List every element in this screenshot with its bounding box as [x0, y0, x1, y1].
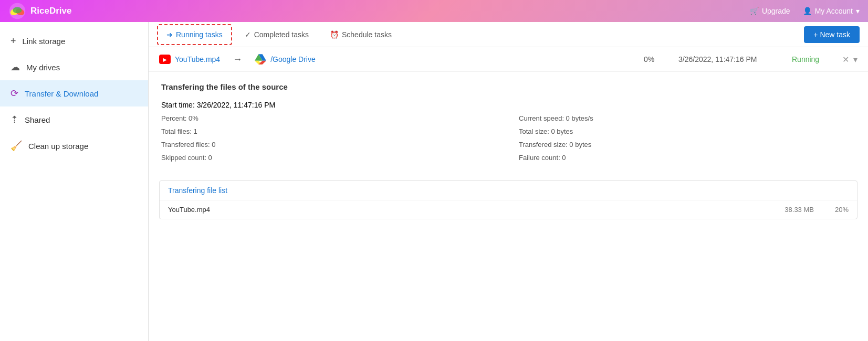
sidebar-item-clean-storage[interactable]: 🧹 Clean up storage — [0, 133, 148, 159]
task-source: ▶ YouTube.mp4 — [159, 55, 220, 64]
sidebar-item-my-drives[interactable]: ☁ My drives — [0, 54, 148, 80]
header-left: RiceDrive — [8, 2, 71, 20]
file-list-header: Transfering file list — [160, 181, 857, 200]
details-grid: Percent: 0% Current speed: 0 bytes/s Tot… — [161, 114, 855, 162]
cancel-task-icon[interactable]: ✕ — [842, 55, 849, 65]
tab-completed-tasks[interactable]: ✓ Completed tasks — [236, 25, 317, 44]
percent-item: Percent: 0% — [161, 114, 498, 122]
arrow-icon: → — [233, 54, 242, 65]
file-list-section: Transfering file list YouTube.mp4 38.33 … — [159, 180, 857, 219]
layout: + Link storage ☁ My drives ⟳ Transfer & … — [0, 22, 868, 341]
tab-label: Schedule tasks — [342, 30, 392, 39]
user-icon: 👤 — [803, 7, 812, 15]
arrow-right-icon: ➜ — [166, 30, 173, 39]
my-account-button[interactable]: 👤 My Account ▾ — [803, 7, 860, 15]
share-icon: ⇡ — [11, 114, 18, 125]
transfer-icon: ⟳ — [11, 88, 18, 99]
file-size: 38.33 MB — [785, 206, 814, 214]
new-task-button[interactable]: + New task — [804, 26, 860, 43]
transferred-size-item: Transfered size: 0 bytes — [519, 141, 855, 148]
sidebar-item-label: Link storage — [23, 37, 66, 46]
details-panel: Transfering the files of the source Star… — [149, 72, 868, 180]
clean-icon: 🧹 — [11, 140, 22, 152]
task-percent: 0% — [644, 55, 670, 63]
cloud-icon: ☁ — [11, 61, 20, 73]
tab-bar: ➜ Running tasks ✓ Completed tasks ⏰ Sche… — [149, 22, 868, 47]
svg-point-3 — [13, 7, 22, 13]
task-actions: ✕ ▾ — [842, 55, 857, 65]
upgrade-button[interactable]: 🛒 Upgrade — [750, 7, 790, 15]
details-title: Transfering the files of the source — [161, 82, 855, 91]
sidebar-item-link-storage[interactable]: + Link storage — [0, 28, 148, 54]
tab-running-tasks[interactable]: ➜ Running tasks — [157, 24, 232, 45]
main-content: ➜ Running tasks ✓ Completed tasks ⏰ Sche… — [149, 22, 868, 341]
clock-icon: ⏰ — [330, 30, 339, 39]
sidebar-item-label: Shared — [25, 115, 50, 124]
transferred-files-item: Transfered files: 0 — [161, 141, 498, 148]
chevron-down-icon: ▾ — [856, 7, 860, 15]
task-row[interactable]: ▶ YouTube.mp4 → /Google Drive 0% 3/26/20… — [149, 47, 868, 72]
check-circle-icon: ✓ — [245, 30, 251, 39]
file-list-row: YouTube.mp4 38.33 MB 20% — [160, 200, 857, 219]
plus-icon: + — [11, 36, 16, 47]
sidebar: + Link storage ☁ My drives ⟳ Transfer & … — [0, 22, 149, 341]
task-status: Running — [792, 55, 834, 63]
youtube-icon: ▶ — [159, 55, 171, 64]
header-right: 🛒 Upgrade 👤 My Account ▾ — [750, 7, 860, 15]
sidebar-item-transfer-download[interactable]: ⟳ Transfer & Download — [0, 80, 148, 106]
sidebar-item-label: Clean up storage — [28, 142, 88, 151]
task-time: 3/26/2022, 11:47:16 PM — [678, 55, 783, 63]
start-time-row: Start time: 3/26/2022, 11:47:16 PM — [161, 101, 855, 109]
gdrive-icon — [255, 54, 266, 65]
logo-text: RiceDrive — [30, 6, 71, 16]
tab-schedule-tasks[interactable]: ⏰ Schedule tasks — [321, 25, 400, 44]
skipped-count-item: Skipped count: 0 — [161, 154, 498, 162]
cart-icon: 🛒 — [750, 7, 759, 15]
logo-icon — [8, 2, 26, 20]
total-size-item: Total size: 0 bytes — [519, 127, 855, 135]
task-destination: /Google Drive — [255, 54, 635, 65]
file-name: YouTube.mp4 — [168, 206, 785, 214]
total-files-item: Total files: 1 — [161, 127, 498, 135]
file-percent: 20% — [835, 206, 849, 214]
current-speed-item: Current speed: 0 bytes/s — [519, 114, 855, 122]
sidebar-item-label: Transfer & Download — [25, 89, 98, 98]
sidebar-item-label: My drives — [26, 63, 60, 72]
sidebar-item-shared[interactable]: ⇡ Shared — [0, 106, 148, 133]
tab-label: Running tasks — [176, 30, 223, 39]
header: RiceDrive 🛒 Upgrade 👤 My Account ▾ — [0, 0, 868, 22]
tab-label: Completed tasks — [254, 30, 309, 39]
expand-task-icon[interactable]: ▾ — [853, 55, 857, 65]
failure-count-item: Failure count: 0 — [519, 154, 855, 162]
